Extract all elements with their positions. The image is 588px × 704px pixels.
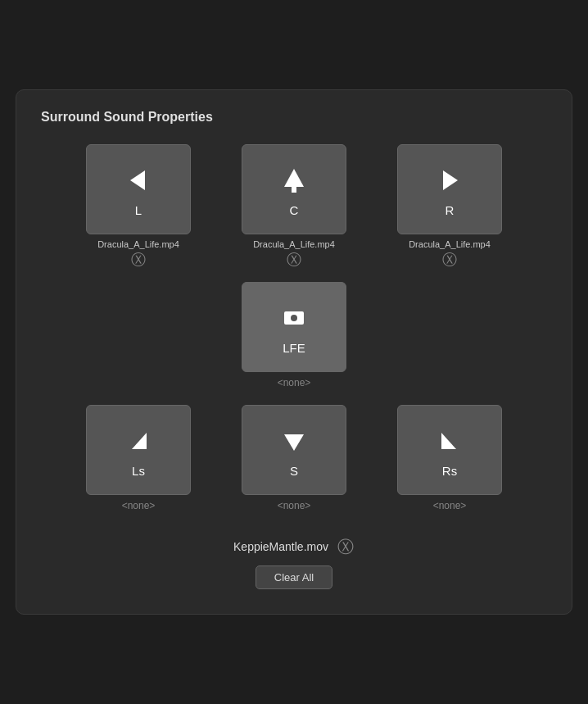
lfe-speaker-icon — [276, 300, 312, 336]
channel-box-S[interactable]: S — [242, 405, 346, 495]
channel-label-S: S — [290, 464, 298, 478]
bottom-row: Ls <none> S <none> — [85, 405, 503, 511]
channel-box-Ls[interactable]: Ls — [86, 405, 191, 495]
channel-label-LFE: LFE — [283, 341, 305, 355]
channel-remove-C[interactable]: Ⓧ — [287, 252, 301, 267]
channels-grid: L Dracula_A_Life.mp4 Ⓧ C D — [41, 144, 547, 518]
channel-label-Rs: Rs — [442, 464, 457, 478]
channel-slot-L: L Dracula_A_Life.mp4 Ⓧ — [85, 144, 192, 267]
current-filename: KeppieMantle.mov — [233, 540, 328, 553]
ls-speaker-icon — [120, 423, 156, 459]
channel-filename-C: Dracula_A_Life.mp4 — [253, 239, 335, 249]
channel-slot-S: S <none> — [241, 405, 347, 511]
channel-remove-R[interactable]: Ⓧ — [442, 252, 457, 267]
channel-none-LFE: <none> — [278, 377, 311, 388]
svg-point-5 — [291, 315, 297, 321]
surround-sound-panel: Surround Sound Properties L Dracula_A_Li… — [16, 89, 572, 615]
svg-marker-1 — [284, 169, 304, 187]
channel-label-C: C — [290, 203, 299, 217]
svg-marker-7 — [284, 434, 304, 451]
channel-none-Rs: <none> — [433, 500, 467, 511]
channel-slot-LFE: LFE <none> — [241, 282, 347, 388]
current-file-row: KeppieMantle.mov Ⓧ — [233, 538, 355, 556]
channel-label-R: R — [446, 203, 455, 217]
top-row: L Dracula_A_Life.mp4 Ⓧ C D — [85, 144, 503, 267]
rs-speaker-icon — [432, 423, 468, 459]
bottom-section: KeppieMantle.mov Ⓧ Clear All — [41, 538, 547, 589]
svg-marker-0 — [130, 170, 145, 190]
channel-filename-L: Dracula_A_Life.mp4 — [97, 239, 179, 249]
middle-row: LFE <none> — [241, 282, 347, 388]
right-speaker-icon — [432, 162, 468, 198]
channel-none-S: <none> — [278, 500, 311, 511]
channel-box-C[interactable]: C — [242, 144, 346, 234]
channel-slot-Ls: Ls <none> — [85, 405, 192, 511]
channel-label-L: L — [135, 203, 142, 217]
channel-box-Rs[interactable]: Rs — [397, 405, 502, 495]
channel-box-R[interactable]: R — [397, 144, 502, 234]
channel-remove-L[interactable]: Ⓧ — [131, 252, 146, 267]
center-speaker-icon — [276, 162, 312, 198]
panel-title: Surround Sound Properties — [41, 110, 547, 125]
svg-marker-3 — [443, 170, 458, 190]
channel-slot-R: R Dracula_A_Life.mp4 Ⓧ — [396, 144, 503, 267]
svg-marker-8 — [441, 433, 456, 449]
svg-marker-6 — [132, 433, 147, 449]
channel-box-LFE[interactable]: LFE — [242, 282, 346, 372]
channel-label-Ls: Ls — [132, 464, 145, 478]
svg-rect-2 — [292, 187, 296, 193]
s-speaker-icon — [276, 423, 312, 459]
current-file-remove-btn[interactable]: Ⓧ — [337, 538, 355, 556]
channel-slot-Rs: Rs <none> — [396, 405, 503, 511]
clear-all-button[interactable]: Clear All — [256, 565, 332, 589]
channel-filename-R: Dracula_A_Life.mp4 — [409, 239, 491, 249]
channel-none-Ls: <none> — [122, 500, 156, 511]
channel-box-L[interactable]: L — [86, 144, 191, 234]
left-speaker-icon — [120, 162, 156, 198]
channel-slot-C: C Dracula_A_Life.mp4 Ⓧ — [241, 144, 347, 267]
